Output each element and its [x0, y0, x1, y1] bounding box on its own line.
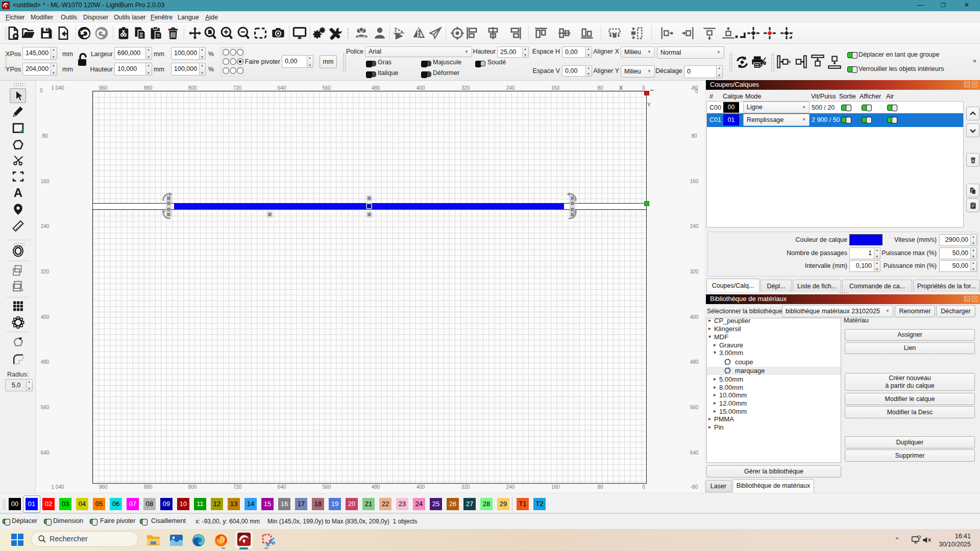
svg-text:123: 123 — [788, 60, 791, 63]
svg-text:A: A — [14, 186, 22, 199]
